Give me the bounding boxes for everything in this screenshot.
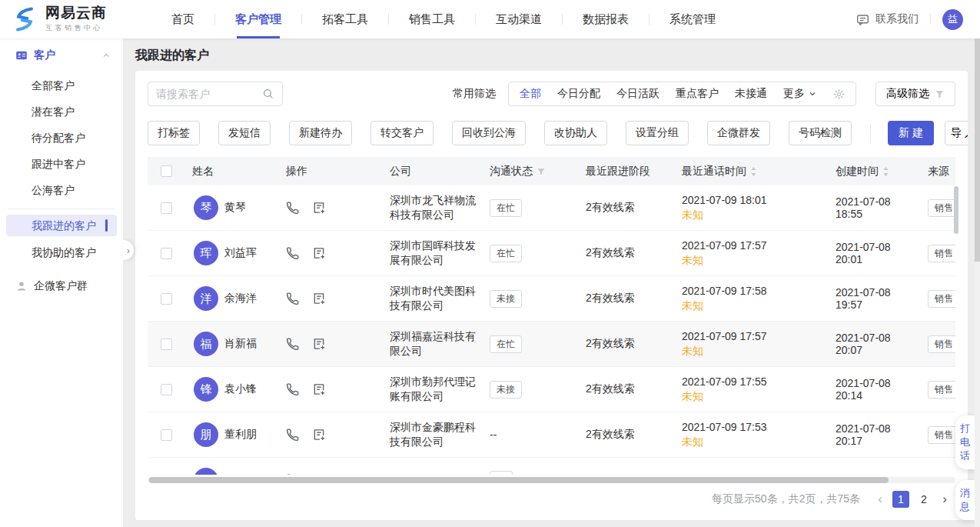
nav-item-prospecting-tools[interactable]: 拓客工具 xyxy=(302,0,388,38)
table-horizontal-scrollbar-track[interactable] xyxy=(148,477,955,483)
sort-icon[interactable] xyxy=(750,166,757,177)
add-note-icon[interactable] xyxy=(312,337,326,351)
row-checkbox[interactable] xyxy=(161,384,172,395)
table-row[interactable]: 朋 董利朋 深圳市金豪鹏程科技有限公司 -- 2有效 xyxy=(148,412,955,458)
sidebar-item-public-pool-customers[interactable]: 公海客户 xyxy=(0,177,123,203)
table-vertical-scrollbar[interactable] xyxy=(954,186,958,234)
filter-settings-gear-icon[interactable] xyxy=(833,88,845,100)
filter-funnel-icon[interactable] xyxy=(537,167,546,176)
customer-name[interactable]: 刘益珲 xyxy=(224,246,257,260)
sidebar-item-my-assisted-customers[interactable]: 我协助的客户 xyxy=(0,239,123,265)
select-all-checkbox[interactable] xyxy=(161,165,172,177)
new-todo-button[interactable]: 新建待办 xyxy=(289,121,352,145)
number-check-button[interactable]: 号码检测 xyxy=(789,121,852,145)
sidebar-item-my-followed-customers[interactable]: 我跟进的客户 xyxy=(6,215,117,236)
row-checkbox[interactable] xyxy=(161,475,172,475)
next-page-arrow[interactable]: › xyxy=(935,491,954,508)
add-note-icon[interactable] xyxy=(312,428,326,442)
add-note-icon[interactable] xyxy=(312,201,326,215)
prev-page-arrow[interactable]: ‹ xyxy=(871,491,889,508)
table-row[interactable]: 珲 刘益珲 深圳市国晖科技发展有限公司 在忙 2有效 xyxy=(148,231,955,276)
transfer-customer-button[interactable]: 转交客户 xyxy=(370,121,434,145)
add-note-icon[interactable] xyxy=(312,246,326,260)
table-row[interactable]: 深圳市凯荣亚科技 2021-07-09 17:52 xyxy=(148,458,955,475)
table-horizontal-scrollbar-thumb[interactable] xyxy=(149,477,889,483)
change-assistant-button[interactable]: 改协助人 xyxy=(544,121,607,145)
send-sms-button[interactable]: 发短信 xyxy=(218,121,271,145)
filter-option-today-active[interactable]: 今日活跃 xyxy=(616,87,659,101)
recycle-to-pool-button[interactable]: 回收到公海 xyxy=(452,121,526,145)
nav-item-system-management[interactable]: 系统管理 xyxy=(649,0,736,38)
person-icon xyxy=(15,280,28,292)
company-name: 深圳市凯荣亚科技 xyxy=(382,473,482,475)
nav-item-interaction-channels[interactable]: 互动渠道 xyxy=(476,0,562,38)
table-row[interactable]: 洋 余海洋 深圳市时代美图科技有限公司 未接 2有效 xyxy=(148,276,955,322)
page-number-1[interactable]: 1 xyxy=(892,491,909,508)
customer-name[interactable]: 余海洋 xyxy=(224,292,257,305)
main-nav: 首页 客户管理 拓客工具 销售工具 互动渠道 数据报表 系统管理 xyxy=(151,0,736,38)
user-avatar[interactable]: 益 xyxy=(942,9,963,30)
table-row[interactable]: 锋 袁小锋 深圳市勤邦代理记账有限公司 未接 2有效 xyxy=(148,367,955,412)
customer-name[interactable]: 肖新福 xyxy=(224,337,257,351)
sidebar-item-wecom-groups[interactable]: 企微客户群 xyxy=(0,273,123,299)
search-input[interactable] xyxy=(156,88,262,100)
contact-us-button[interactable]: 联系我们 xyxy=(856,12,919,26)
sidebar-group-customer[interactable]: 客户 xyxy=(0,38,123,72)
sidebar-item-potential-customers[interactable]: 潜在客户 xyxy=(0,98,123,125)
filter-option-key-customers[interactable]: 重点客户 xyxy=(676,87,719,101)
make-call-floating-button[interactable]: 打电话 xyxy=(955,415,975,469)
import-button[interactable]: 导 入 xyxy=(945,121,968,145)
row-checkbox[interactable] xyxy=(161,293,172,305)
row-checkbox[interactable] xyxy=(161,248,172,259)
pagination-summary: 每页显示50条，共2页，共75条 xyxy=(712,492,860,506)
filter-option-not-connected[interactable]: 未接通 xyxy=(735,87,767,101)
source-badge: 销售 xyxy=(928,199,955,217)
sort-icon[interactable] xyxy=(882,166,889,177)
table-row[interactable]: 琴 黄琴 深圳市龙飞祥物流科技有限公司 在忙 2有效 xyxy=(148,185,955,231)
page-scrollbar-thumb[interactable] xyxy=(975,38,980,262)
message-floating-button[interactable]: 消息 xyxy=(955,480,975,520)
phone-call-icon[interactable] xyxy=(286,382,300,396)
logo[interactable]: 网易云商 互客销售中心 xyxy=(0,5,107,33)
add-note-icon[interactable] xyxy=(312,382,326,396)
column-header-created-time[interactable]: 创建时间 xyxy=(828,165,920,178)
search-icon[interactable] xyxy=(262,88,274,100)
phone-call-icon[interactable] xyxy=(286,473,300,475)
filter-option-all[interactable]: 全部 xyxy=(520,87,541,101)
filter-more-dropdown[interactable]: 更多 xyxy=(783,87,817,101)
add-note-icon[interactable] xyxy=(312,292,326,305)
phone-call-icon[interactable] xyxy=(286,292,300,305)
sidebar-item-following-customers[interactable]: 跟进中客户 xyxy=(0,151,123,177)
phone-call-icon[interactable] xyxy=(286,201,300,215)
sidebar-item-all-customers[interactable]: 全部客户 xyxy=(0,72,123,98)
customer-name[interactable]: 董利朋 xyxy=(224,428,257,442)
tag-button[interactable]: 打标签 xyxy=(148,121,200,145)
phone-call-icon[interactable] xyxy=(286,428,300,442)
row-checkbox[interactable] xyxy=(161,339,172,350)
filter-option-today-assigned[interactable]: 今日分配 xyxy=(557,87,600,101)
nav-item-home[interactable]: 首页 xyxy=(151,0,214,38)
set-group-button[interactable]: 设置分组 xyxy=(626,121,689,145)
advanced-filter-button[interactable]: 高级筛选 xyxy=(875,82,955,106)
wecom-broadcast-button[interactable]: 企微群发 xyxy=(707,121,770,145)
customer-card-icon xyxy=(15,49,28,62)
create-button[interactable]: 新 建 xyxy=(888,121,934,145)
customer-name[interactable]: 袁小锋 xyxy=(224,382,257,396)
column-header-name[interactable]: 姓名 xyxy=(184,165,278,178)
phone-call-icon[interactable] xyxy=(286,337,300,351)
column-header-comm-status[interactable]: 沟通状态 xyxy=(482,165,578,178)
nav-item-customer-management[interactable]: 客户管理 xyxy=(215,0,301,38)
column-header-last-call-time[interactable]: 最近通话时间 xyxy=(674,165,828,178)
table-row[interactable]: 福 肖新福 深圳福嘉运科技有限公司 在忙 2有效线索 xyxy=(148,322,955,367)
nav-item-data-reports[interactable]: 数据报表 xyxy=(563,0,649,38)
customer-name[interactable]: 黄琴 xyxy=(224,201,246,215)
add-note-icon[interactable] xyxy=(312,473,326,475)
row-checkbox[interactable] xyxy=(161,202,172,214)
page-scrollbar-track[interactable] xyxy=(975,38,980,527)
row-checkbox[interactable] xyxy=(161,429,172,441)
nav-item-sales-tools[interactable]: 销售工具 xyxy=(389,0,475,38)
page-number-2[interactable]: 2 xyxy=(915,491,932,508)
search-box[interactable] xyxy=(148,82,283,106)
phone-call-icon[interactable] xyxy=(286,246,300,260)
sidebar-item-to-assign-customers[interactable]: 待分配客户 xyxy=(0,125,123,151)
